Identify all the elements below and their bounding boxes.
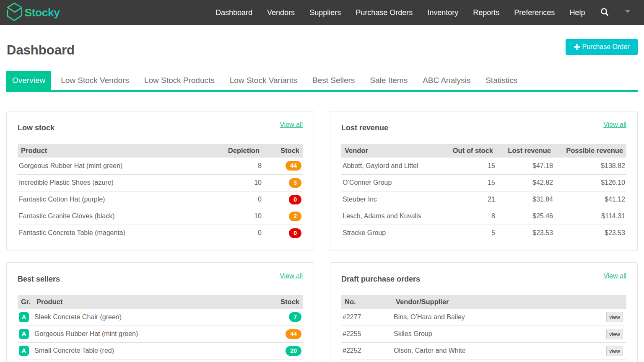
svg-text:Stocky: Stocky (25, 6, 60, 19)
